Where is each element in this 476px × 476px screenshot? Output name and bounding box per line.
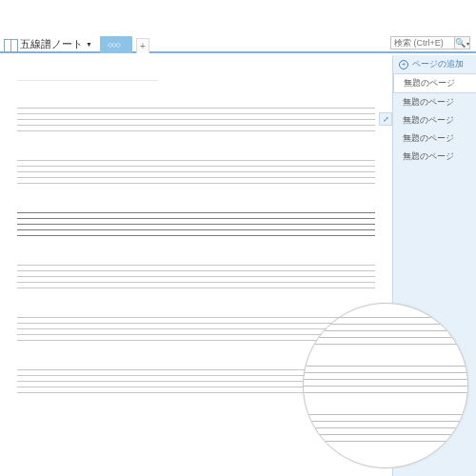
- search-input[interactable]: [390, 36, 455, 50]
- page-item[interactable]: 無題のページ: [393, 93, 476, 111]
- collapse-panel-button[interactable]: ⤢: [379, 112, 392, 126]
- zoom-preview: [303, 303, 468, 468]
- add-section-button[interactable]: +: [136, 38, 149, 53]
- plus-icon: +: [399, 60, 408, 69]
- title-bar: 五線譜ノート ▼ ○○○ + 🔍 ▾: [0, 0, 476, 53]
- section-tab-label: ○○○: [108, 40, 120, 50]
- notebook-selector[interactable]: 五線譜ノート ▼: [2, 35, 98, 53]
- notebook-icon: [4, 39, 17, 50]
- page-item[interactable]: 無題のページ: [393, 148, 476, 166]
- add-page-button[interactable]: + ページの追加: [393, 55, 476, 73]
- notebook-title-label: 五線譜ノート: [20, 37, 83, 51]
- page-item[interactable]: 無題のページ: [393, 129, 476, 148]
- page-list: 無題のページ 無題のページ 無題のページ 無題のページ 無題のページ: [393, 73, 476, 166]
- staff-group: [17, 160, 375, 184]
- expand-icon: ⤢: [383, 115, 389, 124]
- chevron-down-icon: ▼: [86, 41, 92, 48]
- staff-group: [17, 265, 375, 288]
- add-page-label: ページの追加: [412, 58, 464, 70]
- search-button[interactable]: 🔍 ▾: [455, 36, 470, 50]
- page-item[interactable]: 無題のページ: [393, 111, 476, 129]
- page-item[interactable]: 無題のページ: [393, 73, 476, 93]
- staff-group: [17, 108, 375, 131]
- chevron-down-icon: ▾: [466, 40, 469, 47]
- page-title-underline: [17, 80, 158, 81]
- staff-group: [17, 212, 375, 236]
- section-tab-active[interactable]: ○○○: [100, 36, 132, 53]
- search-icon: 🔍: [455, 38, 466, 48]
